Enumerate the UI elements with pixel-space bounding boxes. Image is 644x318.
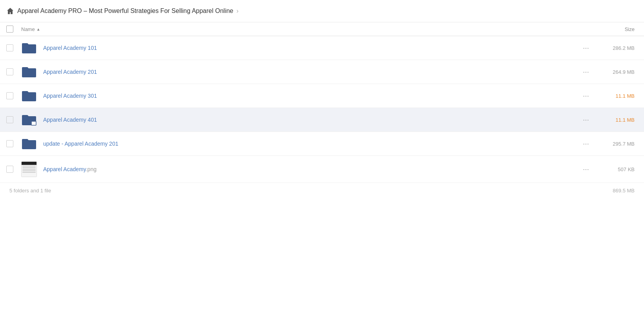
folder-icon xyxy=(21,137,37,150)
file-name: Apparel Academy 301 xyxy=(43,93,580,99)
table-header: Name ▲ Size xyxy=(0,22,644,36)
row-checkbox[interactable] xyxy=(6,140,13,147)
footer: 5 folders and 1 file 869.5 MB xyxy=(0,183,644,198)
more-options-button[interactable]: ⋯ xyxy=(580,137,592,150)
row-checkbox[interactable] xyxy=(6,68,13,75)
file-size: 11.1 MB xyxy=(595,117,635,123)
file-list: Apparel Academy 101⋯286.2 MB Apparel Aca… xyxy=(0,36,644,183)
folder-icon xyxy=(21,90,37,102)
more-options-button[interactable]: ⋯ xyxy=(580,163,592,175)
footer-summary: 5 folders and 1 file xyxy=(9,188,51,194)
list-item[interactable]: Apparel Academy 301⋯11.1 MB xyxy=(0,84,644,108)
list-item[interactable]: Apparel Academy.png⋯507 KB xyxy=(0,156,644,183)
row-checkbox[interactable] xyxy=(6,92,13,99)
list-item[interactable]: Apparel Academy 201⋯264.9 MB xyxy=(0,60,644,84)
folder-icon xyxy=(21,42,37,54)
breadcrumb: Apparel Academy PRO – Most Powerful Stra… xyxy=(0,0,644,22)
file-size: 507 KB xyxy=(595,166,635,172)
more-options-button[interactable]: ⋯ xyxy=(580,42,592,54)
size-column-header: Size xyxy=(595,26,635,32)
footer-total-size: 869.5 MB xyxy=(613,188,635,194)
file-name: update - Apparel Academy 201 xyxy=(43,141,580,147)
row-checkbox[interactable] xyxy=(6,44,13,51)
breadcrumb-chevron-icon: › xyxy=(237,7,239,15)
file-size: 11.1 MB xyxy=(595,93,635,99)
sort-arrow-icon: ▲ xyxy=(36,27,40,31)
file-size: 264.9 MB xyxy=(595,69,635,75)
file-name: Apparel Academy.png xyxy=(43,166,580,172)
file-icon xyxy=(21,161,37,177)
folder-icon xyxy=(21,113,37,126)
row-checkbox[interactable] xyxy=(6,116,13,123)
name-column-header[interactable]: Name ▲ xyxy=(21,26,595,32)
file-name: Apparel Academy 101 xyxy=(43,45,580,51)
file-size: 295.7 MB xyxy=(595,141,635,147)
file-name: Apparel Academy 401 xyxy=(43,117,580,123)
more-options-button[interactable]: ⋯ xyxy=(580,66,592,78)
breadcrumb-title: Apparel Academy PRO – Most Powerful Stra… xyxy=(17,7,234,15)
list-item[interactable]: update - Apparel Academy 201⋯295.7 MB xyxy=(0,132,644,156)
row-checkbox[interactable] xyxy=(6,166,13,173)
list-item[interactable]: Apparel Academy 101⋯286.2 MB xyxy=(0,36,644,60)
folder-icon xyxy=(21,66,37,78)
file-size: 286.2 MB xyxy=(595,45,635,51)
svg-rect-0 xyxy=(31,121,36,125)
file-name: Apparel Academy 201 xyxy=(43,69,580,75)
more-options-button[interactable]: ⋯ xyxy=(580,90,592,102)
select-all-checkbox[interactable] xyxy=(6,26,13,33)
list-item[interactable]: Apparel Academy 401⋯11.1 MB xyxy=(0,108,644,132)
home-icon[interactable] xyxy=(6,7,14,15)
more-options-button[interactable]: ⋯ xyxy=(580,113,592,126)
